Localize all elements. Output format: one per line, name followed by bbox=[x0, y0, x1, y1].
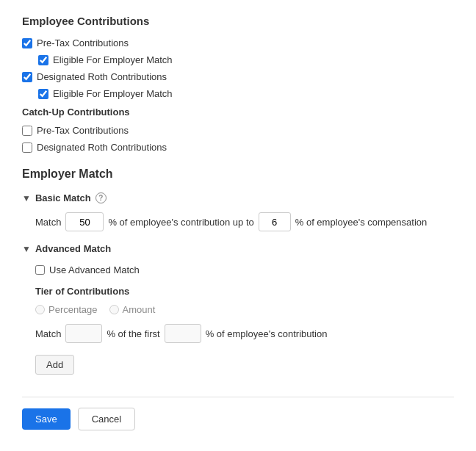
tier-pct-first-text: % of the first bbox=[107, 328, 159, 339]
eligible-employer1-label: Eligible For Employer Match bbox=[53, 54, 173, 65]
basic-match-label: Basic Match bbox=[35, 192, 91, 203]
eligible-employer2-label: Eligible For Employer Match bbox=[53, 88, 173, 99]
match-percentage-input[interactable] bbox=[65, 212, 104, 231]
use-advanced-match-label: Use Advanced Match bbox=[49, 264, 140, 275]
employee-contributions-title: Employee Contributions bbox=[22, 15, 454, 27]
use-advanced-row: Use Advanced Match bbox=[35, 264, 454, 275]
tier-match-row: Match % of the first % of employee's con… bbox=[35, 324, 454, 343]
catchup-section: Catch-Up Contributions Pre-Tax Contribut… bbox=[22, 107, 454, 153]
pretax-contributions-label: Pre-Tax Contributions bbox=[37, 37, 129, 48]
percentage-radio-item: Percentage bbox=[35, 304, 98, 315]
percentage-radio[interactable] bbox=[35, 305, 45, 314]
cancel-button[interactable]: Cancel bbox=[78, 408, 135, 430]
amount-label: Amount bbox=[123, 304, 156, 315]
tier-match-text: Match bbox=[35, 328, 61, 339]
pretax-contributions-checkbox[interactable] bbox=[22, 38, 32, 48]
footer-buttons: Save Cancel bbox=[22, 397, 454, 430]
tier-title: Tier of Contributions bbox=[35, 286, 454, 297]
basic-match-header[interactable]: ▼ Basic Match ? bbox=[22, 192, 454, 203]
designated-roth-label: Designated Roth Contributions bbox=[37, 71, 167, 82]
add-button-container: Add bbox=[35, 343, 454, 375]
eligible-employer1-checkbox[interactable] bbox=[38, 55, 48, 65]
catchup-roth-label: Designated Roth Contributions bbox=[37, 142, 167, 153]
advanced-match-header[interactable]: ▼ Advanced Match bbox=[22, 243, 454, 254]
add-button[interactable]: Add bbox=[35, 355, 74, 375]
eligible-employer1-row: Eligible For Employer Match bbox=[38, 54, 454, 65]
pct-employee-contribution-text: % of employee's contribution up to bbox=[108, 217, 253, 228]
eligible-employer2-row: Eligible For Employer Match bbox=[38, 88, 454, 99]
catchup-pretax-checkbox[interactable] bbox=[22, 126, 32, 136]
catchup-title: Catch-Up Contributions bbox=[22, 107, 454, 118]
use-advanced-match-checkbox[interactable] bbox=[35, 265, 45, 275]
save-button[interactable]: Save bbox=[22, 408, 71, 430]
pct-compensation-text: % of employee's compensation bbox=[295, 217, 428, 228]
tier-first-input[interactable] bbox=[165, 324, 201, 343]
amount-radio-item: Amount bbox=[109, 304, 156, 315]
designated-roth-checkbox[interactable] bbox=[22, 72, 32, 82]
advanced-match-arrow-icon: ▼ bbox=[22, 244, 31, 254]
tier-match-input[interactable] bbox=[65, 324, 102, 343]
match-text: Match bbox=[35, 217, 61, 228]
basic-match-row: Match % of employee's contribution up to… bbox=[35, 212, 454, 231]
eligible-employer2-checkbox[interactable] bbox=[38, 89, 48, 99]
match-compensation-input[interactable] bbox=[259, 212, 291, 231]
advanced-match-section: ▼ Advanced Match Use Advanced Match Tier… bbox=[22, 243, 454, 375]
catchup-roth-row: Designated Roth Contributions bbox=[22, 142, 454, 153]
percentage-label: Percentage bbox=[48, 304, 98, 315]
designated-roth-row: Designated Roth Contributions bbox=[22, 71, 454, 82]
employer-match-section: Employer Match ▼ Basic Match ? Match % o… bbox=[22, 167, 454, 375]
basic-match-arrow-icon: ▼ bbox=[22, 193, 31, 203]
tier-radio-row: Percentage Amount bbox=[35, 304, 454, 315]
basic-match-help-icon[interactable]: ? bbox=[95, 192, 107, 203]
catchup-pretax-label: Pre-Tax Contributions bbox=[37, 125, 129, 136]
employer-match-title: Employer Match bbox=[22, 167, 454, 181]
tier-pct-employee-text: % of employee's contribution bbox=[206, 328, 328, 339]
tier-section: Tier of Contributions Percentage Amount … bbox=[35, 286, 454, 375]
basic-match-section: ▼ Basic Match ? Match % of employee's co… bbox=[22, 192, 454, 231]
amount-radio[interactable] bbox=[109, 305, 119, 314]
pretax-contributions-row: Pre-Tax Contributions bbox=[22, 37, 454, 48]
employee-contributions-section: Employee Contributions Pre-Tax Contribut… bbox=[22, 15, 454, 99]
advanced-match-label: Advanced Match bbox=[35, 243, 111, 254]
catchup-roth-checkbox[interactable] bbox=[22, 142, 32, 153]
catchup-pretax-row: Pre-Tax Contributions bbox=[22, 125, 454, 136]
